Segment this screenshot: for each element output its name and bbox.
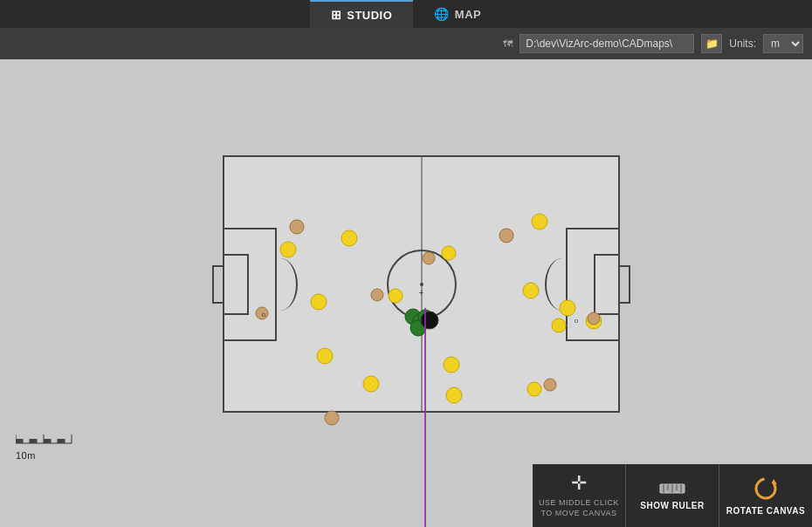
left-goal (212, 265, 224, 304)
tab-studio[interactable]: ⊞ STUDIO (310, 0, 414, 28)
move-canvas-icon: ✛ (571, 472, 587, 495)
svg-point-20 (325, 411, 339, 425)
tab-map[interactable]: 🌐 MAP (413, 0, 502, 28)
scale-bar: 10m (16, 435, 77, 461)
left-goal-area (224, 254, 249, 315)
center-cross: + (419, 288, 424, 298)
toolbar-row: 🗺 📁 Units: m ft cm (0, 28, 812, 59)
canvas-area: + o (0, 59, 812, 527)
pitch: + (223, 155, 620, 413)
show-ruler-tool[interactable]: SHOW RULER (626, 464, 719, 527)
right-goal (618, 265, 630, 304)
move-canvas-tool[interactable]: ✛ USE MIDDLE CLICK TO MOVE CANVAS (533, 464, 626, 527)
units-select[interactable]: m ft cm (763, 34, 803, 53)
rotate-canvas-label: ROTATE CANVAS (726, 505, 805, 517)
move-canvas-label: USE MIDDLE CLICK TO MOVE CANVAS (539, 498, 619, 518)
studio-icon: ⊞ (331, 8, 342, 22)
right-goal-area (594, 254, 618, 315)
rotate-canvas-tool[interactable]: ROTATE CANVAS (719, 464, 812, 527)
top-bar: ⊞ STUDIO 🌐 MAP (0, 0, 812, 28)
svg-rect-42 (30, 439, 37, 443)
center-dot (420, 283, 423, 286)
svg-rect-44 (58, 439, 65, 443)
bottom-toolbar: ✛ USE MIDDLE CLICK TO MOVE CANVAS SHOW R… (533, 464, 812, 527)
right-penalty-arc (545, 258, 580, 311)
scale-label: 10m (16, 450, 36, 461)
left-penalty-arc (263, 258, 298, 311)
show-ruler-label: SHOW RULER (640, 500, 704, 511)
units-label: Units: (729, 38, 756, 50)
tab-map-label: MAP (455, 8, 481, 21)
folder-button[interactable]: 📁 (701, 34, 722, 53)
ruler-svg (16, 435, 77, 448)
path-icon: 🗺 (503, 38, 513, 49)
svg-marker-52 (772, 479, 777, 484)
rotate-canvas-icon (753, 476, 779, 502)
path-input[interactable] (520, 34, 694, 53)
tab-studio-label: STUDIO (347, 9, 392, 22)
svg-rect-43 (44, 439, 51, 443)
show-ruler-icon (659, 481, 685, 496)
svg-rect-41 (16, 439, 23, 443)
map-icon: 🌐 (434, 7, 450, 21)
